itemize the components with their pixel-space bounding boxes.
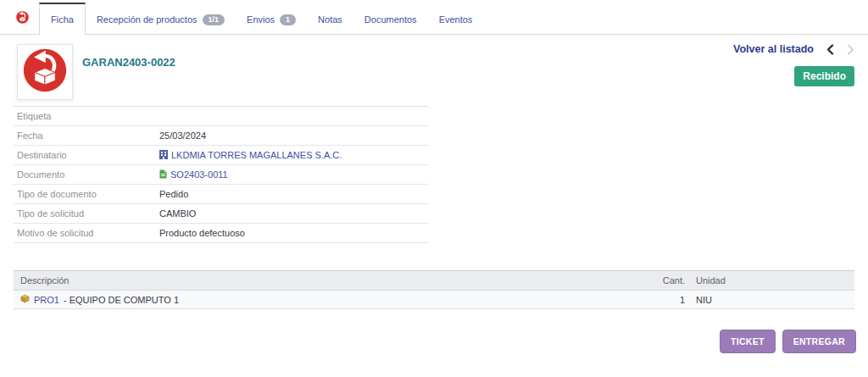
building-icon: [159, 150, 168, 161]
field-label: Documento: [14, 169, 159, 180]
page-title-reference: GARAN2403-0022: [82, 56, 175, 69]
deliver-button[interactable]: ENTREGAR: [782, 330, 856, 353]
field-value: CAMBIO: [159, 208, 196, 219]
tab-label: Documentos: [364, 14, 417, 25]
package-return-icon: [23, 48, 67, 96]
field-label: Etiqueta: [14, 111, 159, 121]
record-fields: Etiqueta Fecha 25/03/2024 Destinatario: [14, 106, 429, 243]
field-row-tipo-solicitud: Tipo de solicitud CAMBIO: [14, 204, 429, 224]
field-row-fecha: Fecha 25/03/2024: [14, 126, 429, 146]
tab-bar: Ficha Recepción de productos 1/1 Envios …: [0, 0, 868, 35]
tab-label: Recepción de productos: [97, 14, 198, 25]
return-card-page: Ficha Recepción de productos 1/1 Envios …: [0, 0, 868, 377]
status-badge: Recibido: [794, 66, 854, 86]
main-content: GARAN2403-0022 Volver al listado Recibid…: [0, 35, 868, 377]
chevron-right-icon: [847, 44, 854, 55]
field-value: Pedido: [159, 189, 188, 199]
tab-notas[interactable]: Notas: [307, 5, 353, 34]
cube-icon: [20, 294, 30, 305]
tab-eventos[interactable]: Eventos: [428, 5, 484, 34]
field-row-destinatario: Destinatario LKDMIA TORRES MAGALLANES S.…: [14, 146, 429, 165]
field-value: Producto defectuoso: [159, 228, 245, 238]
field-row-tipo-documento: Tipo de documento Pedido: [14, 185, 429, 204]
list-navigation: Volver al listado: [733, 43, 854, 55]
column-header-unit: Unidad: [685, 275, 854, 286]
line-unit: NIU: [685, 295, 854, 305]
product-description: - EQUIPO DE COMPUTO 1: [64, 295, 179, 305]
recipient-link[interactable]: LKDMIA TORRES MAGALLANES S.A.C.: [171, 150, 342, 160]
document-icon: [159, 169, 167, 180]
line-qty: 1: [626, 295, 685, 305]
field-row-etiqueta: Etiqueta: [14, 107, 429, 126]
back-to-list-link[interactable]: Volver al listado: [733, 43, 814, 55]
column-header-qty: Cant.: [626, 275, 685, 286]
tab-documentos[interactable]: Documentos: [353, 5, 428, 34]
action-buttons: TICKET ENTREGAR: [720, 330, 856, 353]
field-row-documento: Documento SO2403-0011: [14, 165, 429, 185]
product-lines-table: Descripción Cant. Unidad PRO1 - EQUIPO D…: [14, 270, 854, 309]
field-label: Destinatario: [14, 150, 159, 160]
source-document-link[interactable]: SO2403-0011: [170, 169, 228, 180]
package-return-icon-small: [16, 11, 29, 24]
tab-count-badge: 1: [280, 14, 296, 25]
tab-envios[interactable]: Envios 1: [236, 5, 307, 34]
chevron-left-icon[interactable]: [826, 44, 834, 55]
tab-label: Ficha: [51, 14, 74, 25]
product-link[interactable]: PRO1: [34, 295, 59, 305]
module-logo-card: [17, 44, 73, 100]
field-label: Tipo de solicitud: [14, 208, 159, 219]
tab-label: Eventos: [439, 14, 473, 25]
field-label: Tipo de documento: [14, 189, 159, 199]
tab-label: Envios: [247, 14, 275, 25]
tab-label: Notas: [318, 14, 342, 25]
field-label: Fecha: [14, 130, 159, 141]
table-row: PRO1 - EQUIPO DE COMPUTO 1 1 NIU: [14, 291, 854, 309]
tab-ficha[interactable]: Ficha: [39, 3, 86, 35]
column-header-description: Descripción: [14, 275, 626, 286]
ticket-button[interactable]: TICKET: [720, 330, 776, 353]
tab-count-badge: 1/1: [203, 14, 225, 25]
field-value: 25/03/2024: [159, 130, 206, 141]
field-row-motivo-solicitud: Motivo de solicitud Producto defectuoso: [14, 224, 429, 243]
table-header-row: Descripción Cant. Unidad: [14, 271, 854, 291]
tab-recepcion-de-productos[interactable]: Recepción de productos 1/1: [86, 5, 236, 34]
field-label: Motivo de solicitud: [14, 228, 159, 238]
